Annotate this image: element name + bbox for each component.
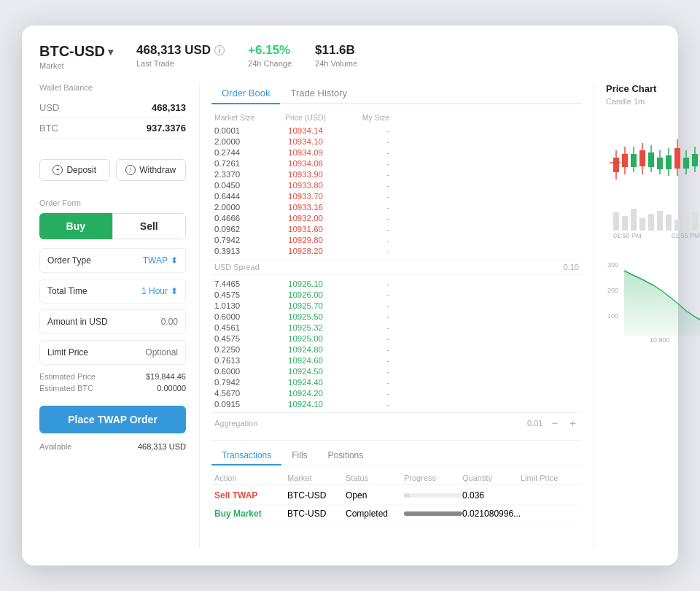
- bid-row[interactable]: 0.600010924.50-: [211, 366, 582, 376]
- bid-row[interactable]: 4.567010924.20-: [211, 387, 582, 398]
- pair-title[interactable]: BTC-USD ▾: [39, 43, 113, 60]
- candle-label-text: Candle: [606, 97, 631, 106]
- bid-row[interactable]: 0.456110925.32-: [211, 322, 582, 333]
- amount-label: Amount in USD: [47, 317, 108, 327]
- svg-rect-31: [657, 158, 663, 169]
- place-order-button[interactable]: Place TWAP Order: [39, 406, 186, 433]
- price-chart-label: Price Chart: [606, 83, 700, 94]
- aggregation-label: Aggregation: [214, 419, 257, 428]
- order-type-chevron-icon: ⬍: [171, 255, 178, 266]
- app-container: BTC-USD ▾ Market 468,313 USD i Last Trad…: [22, 26, 678, 565]
- est-btc-row: Estimated BTC 0.00000: [39, 384, 186, 393]
- table-row[interactable]: Buy Market BTC-USD Completed 0.021080996…: [211, 505, 582, 523]
- ask-row[interactable]: 2.000010934.10-: [211, 136, 582, 147]
- bid-row[interactable]: 0.761310924.60-: [211, 355, 582, 366]
- est-btc-label: Estimated BTC: [39, 384, 93, 393]
- available-value: 468,313 USD: [138, 442, 186, 451]
- col-status: Status: [346, 474, 404, 482]
- bid-row[interactable]: 7.446510926.10-: [211, 278, 582, 289]
- bid-row[interactable]: 0.600010925.50-: [211, 311, 582, 322]
- market-cell: BTC-USD: [287, 490, 346, 501]
- change-label: 24h Change: [248, 59, 292, 68]
- amount-input[interactable]: [120, 317, 178, 327]
- svg-rect-4: [648, 214, 654, 231]
- btc-amount: 937.3376: [147, 123, 186, 134]
- buy-sell-toggle: Buy Sell: [39, 213, 186, 239]
- agg-plus-button[interactable]: +: [567, 417, 579, 429]
- svg-rect-16: [613, 158, 619, 172]
- withdraw-button[interactable]: ↑ Withdraw: [116, 159, 187, 181]
- ask-row[interactable]: 0.274410934.09-: [211, 147, 582, 158]
- pair-name: BTC-USD: [39, 43, 105, 60]
- tab-fills[interactable]: Fills: [281, 447, 317, 466]
- ask-row[interactable]: 0.644410933.70-: [211, 190, 582, 201]
- tx-header: Action Market Status Progress Quantity L…: [211, 471, 582, 485]
- right-panel: Price Chart Candle 1m: [594, 83, 700, 548]
- ask-row[interactable]: 2.337010933.90-: [211, 169, 582, 179]
- bid-row[interactable]: 0.457510925.00-: [211, 333, 582, 344]
- svg-rect-28: [648, 152, 654, 167]
- total-time-label: Total Time: [47, 286, 88, 296]
- svg-text:100: 100: [607, 312, 618, 320]
- ask-row[interactable]: 0.045010933.80-: [211, 179, 582, 190]
- bid-row[interactable]: 0.457510926.00-: [211, 289, 582, 300]
- order-book-tabs: Order Book Trade History: [211, 83, 582, 104]
- col-quantity: Quantity: [462, 474, 521, 482]
- ask-row[interactable]: 0.000110934.14-: [211, 125, 582, 136]
- limit-price-input[interactable]: [120, 347, 178, 358]
- status-cell: Completed: [346, 509, 404, 519]
- svg-rect-6: [666, 215, 672, 231]
- depth-chart: 300 200 100 10,900 10,920: [606, 256, 700, 344]
- bottom-tabs: Transactions Fills Positions: [211, 447, 582, 466]
- agg-minus-button[interactable]: −: [548, 417, 561, 429]
- progress-cell: [404, 511, 462, 516]
- bid-row[interactable]: 0.794210924.40-: [211, 376, 582, 387]
- info-icon[interactable]: i: [214, 45, 225, 55]
- svg-rect-43: [692, 154, 698, 166]
- bid-row[interactable]: 0.225010924.80-: [211, 344, 582, 355]
- total-time-value[interactable]: 1 Hour ⬍: [141, 286, 178, 296]
- available-row: Available 468,313 USD: [39, 442, 186, 451]
- candlestick-chart: 01:50 PM 01:55 PM 2: [606, 110, 700, 242]
- table-row[interactable]: Sell TWAP BTC-USD Open 0.036: [211, 487, 582, 505]
- candle-interval: 1m: [634, 97, 645, 106]
- order-type-label: Order Type: [47, 255, 91, 266]
- ask-row[interactable]: 0.391310928.20-: [211, 245, 582, 256]
- order-type-value[interactable]: TWAP ⬍: [143, 255, 178, 266]
- ask-row[interactable]: 2.000010933.16-: [211, 201, 582, 212]
- available-label: Available: [39, 442, 71, 451]
- progress-cell: [404, 493, 462, 498]
- tab-transactions[interactable]: Transactions: [211, 447, 281, 466]
- col-action: Action: [214, 474, 287, 482]
- buy-button[interactable]: Buy: [39, 213, 112, 239]
- quantity-cell: 0.021080996...: [462, 509, 521, 519]
- svg-marker-52: [624, 271, 700, 336]
- ask-row[interactable]: 0.096210931.60-: [211, 223, 582, 234]
- bottom-section: Transactions Fills Positions Action Mark…: [211, 440, 582, 523]
- svg-rect-7: [674, 220, 680, 231]
- est-btc-value: 0.00000: [157, 384, 186, 393]
- svg-rect-22: [639, 150, 645, 166]
- col-limit-price: Limit Price: [521, 474, 579, 482]
- tab-trade-history[interactable]: Trade History: [280, 83, 357, 104]
- last-trade-value: 468,313 USD i: [136, 43, 225, 58]
- ask-row[interactable]: 0.794210929.80-: [211, 234, 582, 245]
- quantity-cell: 0.036: [462, 490, 521, 501]
- withdraw-icon: ↑: [125, 165, 136, 175]
- tab-positions[interactable]: Positions: [318, 447, 374, 466]
- bid-row[interactable]: 1.013010925.70-: [211, 300, 582, 311]
- aggregation-row: Aggregation 0.01 − +: [211, 412, 582, 433]
- status-cell: Open: [346, 490, 404, 501]
- sell-button[interactable]: Sell: [112, 213, 187, 239]
- bid-row[interactable]: 0.091510924.10-: [211, 398, 582, 409]
- deposit-button[interactable]: + Deposit: [39, 159, 110, 181]
- volume-value: $11.6B: [315, 43, 357, 58]
- market-cell: BTC-USD: [287, 509, 346, 519]
- pair-label: Market: [39, 61, 113, 70]
- order-book-header: Market Size Price (USD) My Size: [211, 112, 582, 123]
- svg-rect-5: [657, 211, 663, 231]
- svg-rect-25: [631, 154, 637, 167]
- tab-order-book[interactable]: Order Book: [211, 83, 280, 104]
- ask-row[interactable]: 0.726110934.08-: [211, 158, 582, 169]
- ask-row[interactable]: 0.466610932.00-: [211, 212, 582, 223]
